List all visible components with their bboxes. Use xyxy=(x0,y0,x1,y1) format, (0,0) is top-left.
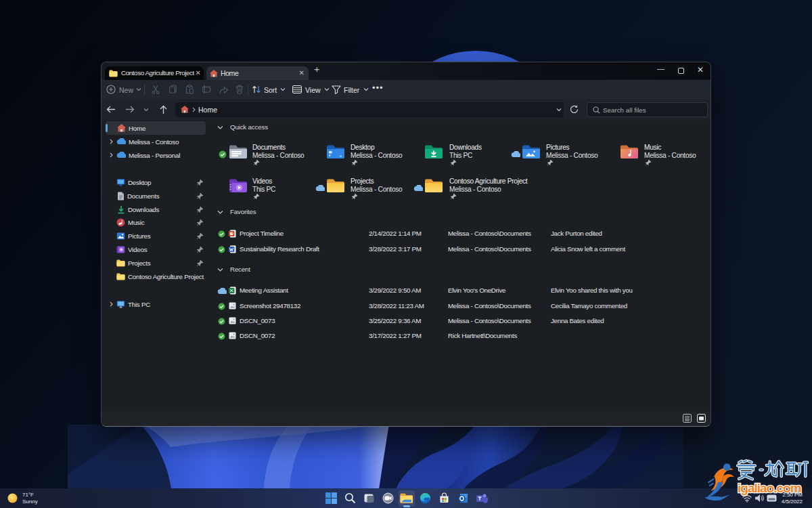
svg-text:igaliao.com: igaliao.com xyxy=(738,481,801,495)
